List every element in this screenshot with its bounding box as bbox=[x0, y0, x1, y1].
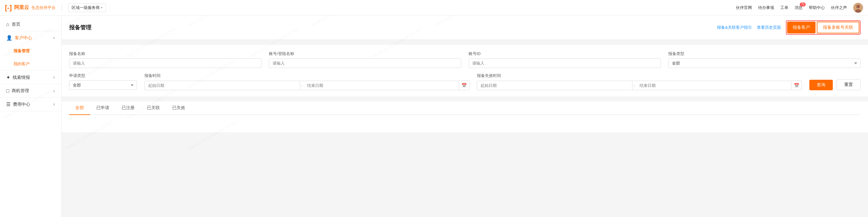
sidebar-section-home: ⌂ 首页 bbox=[0, 18, 61, 31]
report-name-input[interactable] bbox=[69, 58, 261, 68]
filter-report-time-label: 报备时间 bbox=[145, 73, 469, 79]
sidebar-item-business[interactable]: □ 商机管理 ∨ bbox=[0, 84, 61, 98]
tab-linked[interactable]: 已关联 bbox=[141, 101, 166, 115]
guide-link[interactable]: 报备&关联客户指引 bbox=[717, 25, 752, 30]
nav-todo[interactable]: 待办事项 bbox=[758, 5, 774, 10]
filter-expire-time: 报备失效时间 - 📅 bbox=[477, 73, 802, 90]
date-separator-2: - bbox=[632, 81, 636, 90]
account-name-input[interactable] bbox=[269, 58, 461, 68]
filter-account-name: 账号/登陆名称 bbox=[269, 51, 461, 68]
calendar-icon-2[interactable]: 📅 bbox=[792, 80, 802, 90]
top-nav: [-] 阿里云 生态伙伴平台 区域一级服务商 ▾ 伙伴官网 待办事项 工单 消息… bbox=[0, 0, 868, 16]
sidebar-section-fee: ☰ 费用中心 ∨ bbox=[0, 98, 61, 111]
home-icon: ⌂ bbox=[6, 22, 9, 27]
report-customer-button[interactable]: 报备客户 bbox=[787, 22, 815, 33]
report-multi-account-button[interactable]: 报备多账号关联 bbox=[817, 22, 859, 33]
chevron-down-icon-business: ∨ bbox=[53, 89, 55, 93]
sidebar-item-report-management[interactable]: 报备管理 bbox=[0, 45, 61, 57]
filter-report-name-label: 报备名称 bbox=[69, 51, 261, 57]
tab-applied[interactable]: 已申请 bbox=[90, 101, 116, 115]
nav-right: 伙伴官网 待办事项 工单 消息 75 帮助中心 伙伴之声 bbox=[736, 3, 863, 13]
sidebar-item-customer-label: 客户中心 bbox=[15, 35, 32, 41]
chevron-up-icon: ∧ bbox=[53, 36, 55, 40]
logo-icon: [-] bbox=[5, 4, 12, 12]
sidebar-item-clue-label: 线索情报 bbox=[13, 75, 30, 80]
sidebar-item-report-label: 报备管理 bbox=[13, 48, 30, 54]
nav-workorder[interactable]: 工单 bbox=[780, 5, 788, 10]
page-header-actions: 报备&关联客户指引 查看历史页面 报备客户 报备多账号关联 bbox=[717, 20, 861, 35]
nav-partner-portal[interactable]: 伙伴官网 bbox=[736, 5, 752, 10]
filter-account-name-label: 账号/登陆名称 bbox=[269, 51, 461, 57]
customer-icon: 👤 bbox=[6, 35, 12, 41]
tabs-section: 全部 已申请 已注册 已关联 已失效 bbox=[62, 101, 868, 132]
report-time-end[interactable] bbox=[304, 81, 459, 90]
report-buttons-highlight: 报备客户 报备多账号关联 bbox=[786, 20, 861, 35]
sidebar-item-business-label: 商机管理 bbox=[12, 88, 29, 94]
expire-time-end[interactable] bbox=[636, 81, 792, 90]
nav-message-wrap: 消息 75 bbox=[795, 5, 803, 10]
nav-left: [-] 阿里云 生态伙伴平台 区域一级服务商 ▾ bbox=[5, 3, 106, 12]
sidebar-item-customers-label: 我的客户 bbox=[13, 61, 30, 67]
tabs: 全部 已申请 已注册 已关联 已失效 bbox=[69, 101, 861, 115]
region-label: 区域一级服务商 bbox=[72, 5, 100, 10]
main-content: 报备管理 报备&关联客户指引 查看历史页面 报备客户 报备多账号关联 报备名称 … bbox=[62, 16, 868, 217]
fee-icon: ☰ bbox=[6, 101, 10, 107]
filter-report-time: 报备时间 - 📅 bbox=[145, 73, 469, 90]
filter-apply-type-label: 申请类型 bbox=[69, 73, 137, 79]
tab-registered[interactable]: 已注册 bbox=[116, 101, 141, 115]
logo-text: 阿里云 bbox=[14, 4, 29, 11]
filter-report-type: 报备类型 全部 类型A 类型B bbox=[668, 51, 861, 68]
svg-point-1 bbox=[856, 5, 860, 8]
chevron-down-icon-clue: ∨ bbox=[53, 75, 55, 79]
logo-area: [-] 阿里云 生态伙伴平台 bbox=[5, 4, 56, 12]
expire-time-daterange: - 📅 bbox=[477, 80, 802, 90]
apply-type-select[interactable]: 全部 类型A bbox=[69, 80, 137, 90]
chevron-down-icon: ▾ bbox=[101, 6, 102, 9]
filter-expire-time-label: 报备失效时间 bbox=[477, 73, 802, 79]
sidebar-section-customer: 👤 客户中心 ∧ 报备管理 我的客户 bbox=[0, 31, 61, 71]
region-selector[interactable]: 区域一级服务商 ▾ bbox=[68, 3, 106, 12]
report-time-daterange: - 📅 bbox=[145, 80, 469, 90]
page-header: 报备管理 报备&关联客户指引 查看历史页面 报备客户 报备多账号关联 bbox=[62, 16, 868, 40]
page-title: 报备管理 bbox=[69, 24, 91, 31]
chevron-down-icon-fee: ∨ bbox=[53, 102, 55, 106]
filter-report-type-label: 报备类型 bbox=[668, 51, 861, 57]
expire-time-start[interactable] bbox=[477, 81, 632, 90]
sidebar-item-home[interactable]: ⌂ 首页 bbox=[0, 18, 61, 31]
report-time-start[interactable] bbox=[145, 81, 300, 90]
sidebar-item-clue[interactable]: ✦ 线索情报 ∨ bbox=[0, 71, 61, 84]
date-separator: - bbox=[300, 81, 304, 90]
app-layout: ⌂ 首页 👤 客户中心 ∧ 报备管理 我的客户 ✦ 线索情报 ∨ bbox=[0, 16, 868, 217]
sidebar-item-home-label: 首页 bbox=[12, 22, 20, 27]
nav-help[interactable]: 帮助中心 bbox=[809, 5, 825, 10]
filter-section: 报备名称 账号/登陆名称 账号ID 报备类型 全部 类型A 类型B bbox=[62, 45, 868, 97]
sidebar-section-business: □ 商机管理 ∨ bbox=[0, 84, 61, 98]
tab-all[interactable]: 全部 bbox=[69, 101, 90, 115]
history-link[interactable]: 查看历史页面 bbox=[757, 25, 781, 30]
filter-report-name: 报备名称 bbox=[69, 51, 261, 68]
nav-voice[interactable]: 伙伴之声 bbox=[831, 5, 847, 10]
sidebar-item-customer-center[interactable]: 👤 客户中心 ∧ bbox=[0, 31, 61, 45]
sidebar-item-fee-label: 费用中心 bbox=[13, 102, 30, 107]
sidebar: ⌂ 首页 👤 客户中心 ∧ 报备管理 我的客户 ✦ 线索情报 ∨ bbox=[0, 16, 62, 217]
avatar[interactable] bbox=[853, 3, 863, 13]
nav-divider bbox=[62, 5, 62, 11]
filter-actions: 查询 重置 bbox=[809, 73, 861, 90]
account-id-input[interactable] bbox=[469, 58, 661, 68]
sidebar-item-my-customers[interactable]: 我的客户 bbox=[0, 57, 61, 71]
business-icon: □ bbox=[6, 88, 9, 94]
report-type-select[interactable]: 全部 类型A 类型B bbox=[668, 58, 861, 68]
query-button[interactable]: 查询 bbox=[809, 80, 833, 90]
calendar-icon[interactable]: 📅 bbox=[459, 80, 469, 90]
filter-row-1: 报备名称 账号/登陆名称 账号ID 报备类型 全部 类型A 类型B bbox=[69, 51, 861, 68]
sidebar-section-clue: ✦ 线索情报 ∨ bbox=[0, 71, 61, 84]
filter-account-id: 账号ID bbox=[469, 51, 661, 68]
reset-button[interactable]: 重置 bbox=[837, 79, 861, 90]
filter-apply-type: 申请类型 全部 类型A bbox=[69, 73, 137, 90]
filter-account-id-label: 账号ID bbox=[469, 51, 661, 57]
message-badge: 75 bbox=[800, 2, 806, 6]
sidebar-item-fee[interactable]: ☰ 费用中心 ∨ bbox=[0, 98, 61, 111]
clue-icon: ✦ bbox=[6, 75, 10, 80]
tab-expired[interactable]: 已失效 bbox=[166, 101, 191, 115]
platform-text: 生态伙伴平台 bbox=[31, 5, 56, 10]
